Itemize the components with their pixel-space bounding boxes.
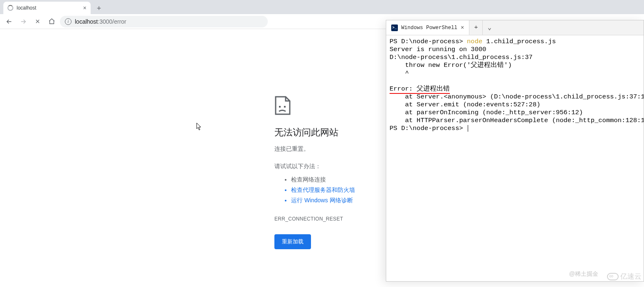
watermark-juejin: @稀土掘金	[569, 270, 598, 278]
error-line: Error: 父进程出错	[390, 85, 450, 93]
terminal-tab-powershell[interactable]: >_ Windows PowerShell ×	[386, 20, 469, 35]
powershell-icon: >_	[391, 25, 398, 31]
terminal-tabbar: >_ Windows PowerShell × + ⌄	[386, 20, 644, 35]
watermark-yisu: 亿速云	[607, 272, 642, 281]
home-button[interactable]	[46, 16, 57, 27]
close-terminal-tab-icon[interactable]: ×	[461, 25, 464, 31]
terminal-tab-title: Windows PowerShell	[401, 25, 457, 31]
tab-title: localhost	[17, 5, 80, 11]
site-info-icon[interactable]: i	[65, 18, 72, 25]
terminal-window: >_ Windows PowerShell × + ⌄ PS D:\node-p…	[386, 20, 644, 282]
back-button[interactable]	[3, 16, 15, 27]
close-tab-icon[interactable]: ×	[83, 5, 86, 11]
terminal-tab-dropdown[interactable]: ⌄	[483, 20, 496, 35]
svg-rect-0	[279, 106, 281, 108]
forward-button[interactable]	[17, 16, 29, 27]
stop-button[interactable]	[32, 16, 43, 27]
cloud-icon	[607, 273, 619, 280]
reload-button[interactable]: 重新加载	[274, 234, 311, 249]
browser-tabstrip: localhost × +	[0, 0, 644, 14]
browser-tab[interactable]: localhost ×	[3, 2, 91, 14]
loading-spinner-icon	[7, 5, 13, 11]
terminal-cursor	[468, 125, 468, 132]
svg-rect-1	[284, 106, 286, 108]
url-text: localhost:3000/error	[75, 18, 126, 25]
sad-document-icon	[274, 96, 291, 115]
terminal-output[interactable]: PS D:\node-process> node 1.child_process…	[386, 35, 644, 281]
new-terminal-tab-button[interactable]: +	[469, 20, 483, 35]
new-tab-button[interactable]: +	[93, 2, 105, 14]
address-bar[interactable]: i localhost:3000/error	[60, 16, 268, 27]
